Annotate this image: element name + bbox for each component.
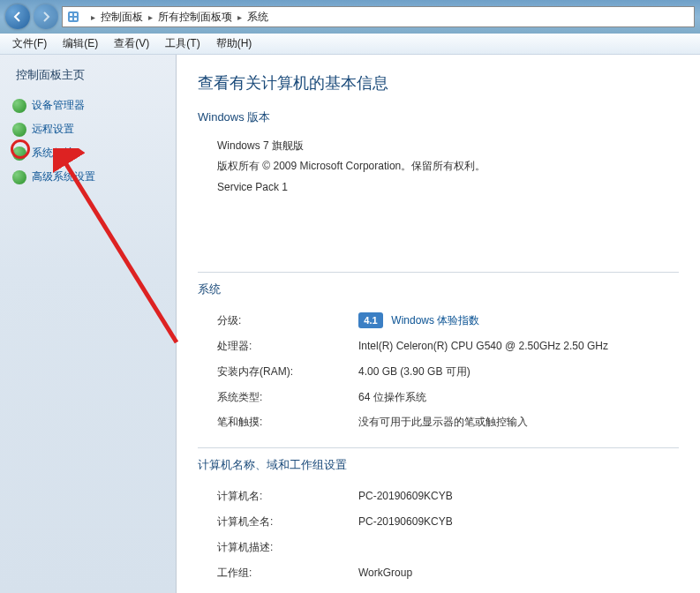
- breadcrumb[interactable]: ▸ 控制面板 ▸ 所有控制面板项 ▸ 系统: [62, 6, 695, 27]
- value: WorkGroup: [358, 563, 679, 583]
- label: 计算机名:: [217, 486, 358, 507]
- copyright-text: 版权所有 © 2009 Microsoft Corporation。保留所有权利…: [217, 156, 679, 176]
- chevron-right-icon: ▸: [148, 12, 153, 22]
- label-rating: 分级:: [217, 311, 358, 331]
- link-wei[interactable]: Windows 体验指数: [391, 314, 479, 327]
- sidebar-link-label: 高级系统设置: [32, 169, 95, 184]
- value: 没有可用于此显示器的笔或触控输入: [358, 412, 679, 432]
- svg-rect-0: [68, 11, 79, 22]
- menu-view[interactable]: 查看(V): [107, 34, 156, 53]
- label: 处理器:: [217, 336, 358, 357]
- value: 64 位操作系统: [358, 387, 679, 408]
- sidebar-link-label: 系统保护: [32, 146, 74, 161]
- sidebar-link-label: 远程设置: [32, 122, 74, 137]
- svg-rect-4: [74, 18, 77, 20]
- label: 系统类型:: [217, 387, 358, 408]
- svg-rect-2: [74, 13, 77, 16]
- breadcrumb-item[interactable]: 系统: [247, 10, 268, 25]
- value: 4.00 GB (3.90 GB 可用): [358, 362, 679, 382]
- label: 计算机描述:: [217, 537, 358, 558]
- sidebar-link-device-manager[interactable]: 设备管理器: [9, 94, 167, 117]
- shield-icon: [12, 146, 26, 161]
- row-computer-name: 计算机名: PC-20190609KCYB: [217, 484, 679, 509]
- svg-rect-3: [70, 18, 72, 20]
- value: PC-20190609KCYB: [358, 512, 679, 532]
- nav-back-button[interactable]: [5, 4, 30, 29]
- menu-tools[interactable]: 工具(T): [158, 34, 207, 53]
- sidebar-link-advanced-settings[interactable]: 高级系统设置: [9, 165, 167, 189]
- menu-bar: 文件(F) 编辑(E) 查看(V) 工具(T) 帮助(H): [0, 34, 700, 55]
- page-title: 查看有关计算机的基本信息: [198, 72, 679, 94]
- sidebar-link-label: 设备管理器: [32, 98, 85, 113]
- chevron-right-icon: ▸: [91, 12, 95, 22]
- chevron-right-icon: ▸: [237, 12, 242, 22]
- section-system: 系统: [198, 281, 679, 297]
- value: [358, 537, 679, 558]
- label: 安装内存(RAM):: [217, 362, 358, 382]
- menu-edit[interactable]: 编辑(E): [56, 34, 105, 53]
- main-area: 控制面板主页 设备管理器 远程设置 系统保护 高级系统设置 查看有关计算机的基本…: [0, 55, 700, 593]
- address-bar: ▸ 控制面板 ▸ 所有控制面板项 ▸ 系统: [0, 0, 700, 34]
- content-pane: 查看有关计算机的基本信息 Windows 版本 Windows 7 旗舰版 版权…: [177, 55, 700, 593]
- row-workgroup: 工作组: WorkGroup: [217, 560, 679, 586]
- rating-badge: 4.1: [358, 312, 383, 328]
- edition-name: Windows 7 旗舰版: [217, 136, 679, 156]
- sidebar: 控制面板主页 设备管理器 远程设置 系统保护 高级系统设置: [0, 55, 177, 593]
- sidebar-title: 控制面板主页: [9, 67, 167, 83]
- service-pack: Service Pack 1: [217, 177, 679, 198]
- row-pen-touch: 笔和触摸: 没有可用于此显示器的笔或触控输入: [217, 409, 679, 435]
- value: Intel(R) Celeron(R) CPU G540 @ 2.50GHz 2…: [358, 336, 679, 357]
- breadcrumb-item[interactable]: 所有控制面板项: [158, 10, 232, 25]
- windows-edition-block: Windows 7 旗舰版 版权所有 © 2009 Microsoft Corp…: [198, 136, 679, 198]
- row-full-name: 计算机全名: PC-20190609KCYB: [217, 509, 679, 535]
- svg-rect-1: [70, 13, 72, 16]
- shield-icon: [12, 99, 26, 113]
- row-ram: 安装内存(RAM): 4.00 GB (3.90 GB 可用): [217, 359, 679, 385]
- control-panel-icon: [66, 10, 80, 24]
- row-processor: 处理器: Intel(R) Celeron(R) CPU G540 @ 2.50…: [217, 334, 679, 359]
- sidebar-link-remote-settings[interactable]: 远程设置: [9, 117, 167, 141]
- section-windows-edition: Windows 版本: [198, 109, 679, 125]
- nav-forward-button[interactable]: [34, 4, 58, 29]
- row-description: 计算机描述:: [217, 535, 679, 560]
- row-system-type: 系统类型: 64 位操作系统: [217, 385, 679, 410]
- shield-icon: [12, 170, 26, 184]
- label: 笔和触摸:: [217, 412, 358, 432]
- shield-icon: [12, 123, 26, 137]
- value: PC-20190609KCYB: [358, 486, 679, 507]
- section-computer-name: 计算机名称、域和工作组设置: [198, 457, 679, 473]
- sidebar-link-system-protection[interactable]: 系统保护: [9, 141, 167, 165]
- label: 计算机全名:: [217, 512, 358, 532]
- row-rating: 分级: 4.1 Windows 体验指数: [217, 308, 679, 334]
- breadcrumb-item[interactable]: 控制面板: [101, 10, 143, 25]
- menu-file[interactable]: 文件(F): [5, 34, 54, 53]
- label: 工作组:: [217, 563, 358, 583]
- menu-help[interactable]: 帮助(H): [209, 34, 260, 53]
